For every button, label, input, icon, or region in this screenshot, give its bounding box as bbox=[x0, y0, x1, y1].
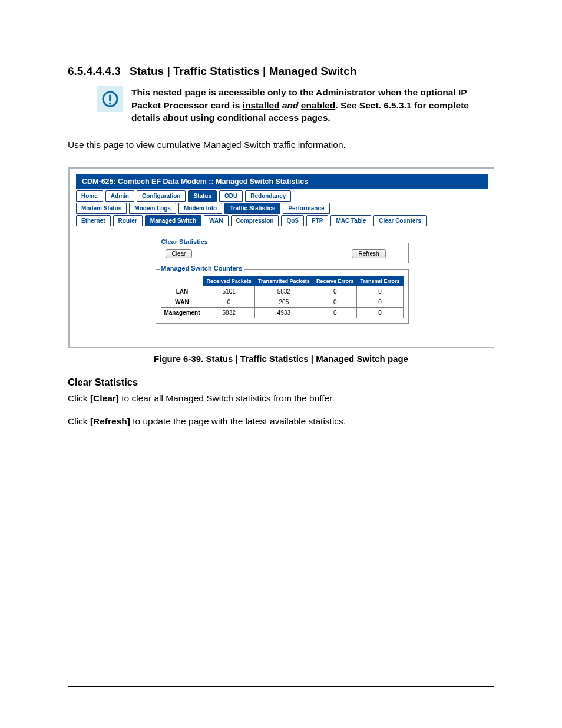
cell-value: 0 bbox=[357, 308, 403, 318]
embedded-screenshot: CDM-625: Comtech EF Data Modem :: Manage… bbox=[68, 167, 494, 348]
alert-icon bbox=[97, 86, 123, 112]
section-title: Status | Traffic Statistics | Managed Sw… bbox=[130, 65, 356, 77]
refresh-button[interactable]: Refresh bbox=[352, 249, 385, 258]
app-title-bar: CDM-625: Comtech EF Data Modem :: Manage… bbox=[76, 174, 488, 189]
counters-fieldset: Managed Switch Counters Received Packets… bbox=[156, 269, 409, 324]
table-corner bbox=[161, 276, 203, 286]
clear-statistics-fieldset: Clear Statistics Clear Refresh bbox=[156, 243, 409, 263]
tab-ptp[interactable]: PTP bbox=[306, 215, 328, 226]
tab-configuration[interactable]: Configuration bbox=[137, 190, 186, 202]
cell-value: 4933 bbox=[254, 308, 313, 318]
tab-admin[interactable]: Admin bbox=[105, 190, 134, 202]
tab-odu[interactable]: ODU bbox=[219, 190, 243, 202]
table-row: Management5832493300 bbox=[161, 308, 403, 318]
cell-value: 5101 bbox=[203, 286, 254, 297]
counters-table: Received PacketsTransmitted PacketsRecei… bbox=[161, 276, 404, 318]
tab-router[interactable]: Router bbox=[113, 215, 143, 226]
tab-row-3: EthernetRouterManaged SwitchWANCompressi… bbox=[76, 215, 488, 226]
cell-value: 0 bbox=[313, 297, 356, 308]
tab-managed-switch[interactable]: Managed Switch bbox=[145, 215, 201, 226]
tab-redundancy[interactable]: Redundancy bbox=[245, 190, 291, 202]
column-header: Receive Errors bbox=[313, 276, 356, 286]
row-label: Management bbox=[161, 308, 203, 318]
tab-modem-status[interactable]: Modem Status bbox=[76, 203, 127, 214]
cell-value: 0 bbox=[313, 308, 356, 318]
tab-modem-info[interactable]: Modem Info bbox=[178, 203, 222, 214]
tab-traffic-statistics[interactable]: Traffic Statistics bbox=[224, 203, 280, 214]
cell-value: 5832 bbox=[203, 308, 254, 318]
cell-value: 0 bbox=[357, 297, 403, 308]
table-row: WAN020500 bbox=[161, 297, 403, 308]
section-number: 6.5.4.4.4.3 bbox=[68, 65, 121, 77]
clear-statistics-heading: Clear Statistics bbox=[68, 377, 494, 388]
cell-value: 0 bbox=[203, 297, 254, 308]
lead-paragraph: Use this page to view cumulative Managed… bbox=[68, 140, 494, 150]
column-header: Transmit Errors bbox=[357, 276, 403, 286]
column-header: Received Packets bbox=[203, 276, 254, 286]
row-label: WAN bbox=[161, 297, 203, 308]
clear-statistics-legend: Clear Statistics bbox=[160, 238, 210, 245]
tab-compression[interactable]: Compression bbox=[231, 215, 279, 226]
table-row: LAN5101583200 bbox=[161, 286, 403, 297]
svg-point-2 bbox=[109, 103, 111, 105]
counters-legend: Managed Switch Counters bbox=[160, 265, 244, 272]
tab-performance[interactable]: Performance bbox=[283, 203, 329, 214]
tab-modem-logs[interactable]: Modem Logs bbox=[129, 203, 176, 214]
figure-caption: Figure 6-39. Status | Traffic Statistics… bbox=[68, 354, 494, 364]
cell-value: 5832 bbox=[254, 286, 313, 297]
tab-qos[interactable]: QoS bbox=[281, 215, 304, 226]
cell-value: 205 bbox=[254, 297, 313, 308]
tab-row-2: Modem StatusModem LogsModem InfoTraffic … bbox=[76, 203, 488, 214]
notice-text: This nested page is accessible only to t… bbox=[131, 86, 494, 124]
cell-value: 0 bbox=[357, 286, 403, 297]
section-heading: 6.5.4.4.4.3 Status | Traffic Statistics … bbox=[68, 65, 494, 78]
tab-home[interactable]: Home bbox=[76, 190, 103, 202]
tab-clear-counters[interactable]: Clear Counters bbox=[373, 215, 427, 226]
tab-row-1: HomeAdminConfigurationStatusODURedundanc… bbox=[76, 190, 488, 202]
clear-button[interactable]: Clear bbox=[166, 249, 193, 258]
tab-ethernet[interactable]: Ethernet bbox=[76, 215, 111, 226]
paragraph-clear: Click [Clear] to clear all Managed Switc… bbox=[68, 393, 494, 405]
cell-value: 0 bbox=[313, 286, 356, 297]
tab-status[interactable]: Status bbox=[188, 190, 217, 202]
footer-rule bbox=[68, 686, 494, 687]
tab-mac-table[interactable]: MAC Table bbox=[330, 215, 371, 226]
row-label: LAN bbox=[161, 286, 203, 297]
svg-rect-1 bbox=[109, 95, 111, 101]
paragraph-refresh: Click [Refresh] to update the page with … bbox=[68, 416, 494, 428]
tab-wan[interactable]: WAN bbox=[204, 215, 228, 226]
column-header: Transmitted Packets bbox=[254, 276, 313, 286]
